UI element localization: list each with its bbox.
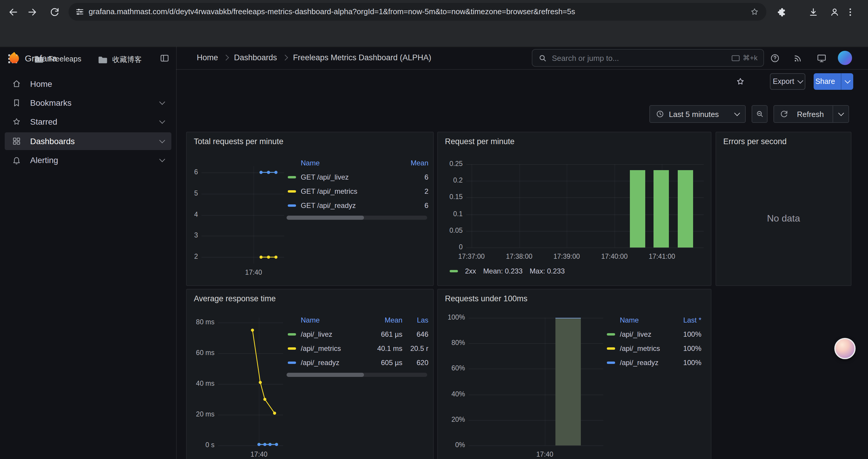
- browser-toolbar: grafana.mathmast.com/d/deytv4rwavabkb/fr…: [0, 0, 868, 24]
- timeseries-plot[interactable]: 6543217:40: [202, 166, 284, 263]
- sidebar-item-alerting[interactable]: Alerting: [5, 151, 172, 169]
- export-button[interactable]: Export: [770, 73, 805, 90]
- chevron-down-icon[interactable]: [159, 99, 165, 105]
- search-placeholder: Search or jump to...: [552, 54, 727, 62]
- legend-row: GET /api/_livez 6: [288, 170, 428, 184]
- legend-header-last[interactable]: Last *: [673, 316, 701, 324]
- profile-icon[interactable]: [830, 7, 840, 17]
- search-shortcut: ⌘+k: [732, 54, 757, 62]
- panel-title[interactable]: Total requests per minute: [194, 137, 283, 146]
- legend-header-name[interactable]: Name: [620, 316, 673, 324]
- legend-header-name[interactable]: Name: [301, 159, 395, 167]
- legend-series-name[interactable]: /api/_metrics: [620, 345, 673, 353]
- legend-scrollbar[interactable]: [286, 216, 427, 220]
- extensions-puzzle-icon[interactable]: [776, 7, 786, 17]
- legend-scrollbar-thumb[interactable]: [286, 216, 364, 220]
- help-icon[interactable]: [770, 53, 780, 63]
- legend-series-mean: 2: [395, 187, 428, 196]
- legend-series-mean: 605 µs: [369, 359, 402, 367]
- panel-errors-per-second: Errors per second No data: [716, 132, 851, 286]
- clock-icon: [656, 110, 664, 118]
- sidebar-item-bookmarks[interactable]: Bookmarks: [5, 94, 172, 112]
- panel-title[interactable]: Errors per second: [723, 137, 787, 146]
- monitor-icon[interactable]: [816, 53, 827, 63]
- kebab-menu-icon[interactable]: [848, 7, 853, 17]
- legend-series-mean: 6: [395, 173, 428, 182]
- legend-table: Name Mean GET /api/_livez 6 GET /api/_me…: [288, 156, 428, 213]
- legend-series-name[interactable]: GET /api/_readyz: [301, 201, 395, 210]
- forward-arrow-icon[interactable]: [27, 7, 37, 17]
- bookmark-item[interactable]: 收藏博客: [98, 55, 142, 65]
- grafana-logo[interactable]: [8, 52, 21, 64]
- search-icon: [538, 54, 547, 62]
- zoom-out-button[interactable]: [752, 105, 768, 123]
- rss-icon[interactable]: [793, 53, 803, 63]
- sidebar-item-starred[interactable]: Starred: [5, 113, 172, 131]
- chevron-down-icon[interactable]: [159, 118, 165, 124]
- chevron-down-icon[interactable]: [159, 156, 165, 162]
- sidebar-item-dashboards[interactable]: Dashboards: [5, 132, 172, 150]
- legend-row: /api/_metrics 40.1 ms 20.5 r: [288, 341, 428, 356]
- panel-title[interactable]: Requests under 100ms: [445, 294, 527, 303]
- dock-sidebar-icon[interactable]: [159, 53, 169, 63]
- refresh-button[interactable]: Refresh: [773, 105, 849, 123]
- sidebar-item-home[interactable]: Home: [5, 75, 172, 93]
- bookmark-label: 收藏博客: [112, 55, 142, 65]
- series-color-dash: [288, 204, 296, 207]
- site-info-tune-icon[interactable]: [75, 7, 85, 17]
- timeseries-plot[interactable]: 80 ms60 ms40 ms20 ms0 s17:40: [218, 318, 283, 446]
- legend-header-last[interactable]: Las: [402, 316, 428, 324]
- legend-header-mean[interactable]: Mean: [395, 159, 428, 167]
- search-input[interactable]: Search or jump to... ⌘+k: [532, 49, 764, 67]
- chevron-down-icon[interactable]: [159, 137, 165, 143]
- series-color-dash: [288, 190, 296, 193]
- bookmark-star-icon[interactable]: [750, 7, 759, 17]
- bar-chart-plot[interactable]: 100%80%60%40%20%0%17:40: [469, 318, 603, 446]
- zoom-out-icon: [755, 110, 764, 118]
- legend-series-name[interactable]: /api/_readyz: [620, 359, 673, 367]
- brand-title: Grafana: [25, 53, 57, 63]
- floating-avatar[interactable]: [834, 338, 856, 359]
- panel-requests-under-100ms: Requests under 100ms 100%80%60%40%20%0%1…: [437, 289, 711, 459]
- series-color-dash: [288, 333, 296, 335]
- download-icon[interactable]: [808, 7, 818, 17]
- time-range-label: Last 5 minutes: [669, 109, 730, 119]
- star-icon: [12, 117, 21, 126]
- share-label[interactable]: Share: [814, 77, 837, 86]
- panel-title[interactable]: Average response time: [194, 294, 276, 303]
- refresh-icon: [780, 110, 788, 118]
- panel-total-requests: Total requests per minute 6543217:40 Nam…: [186, 132, 434, 286]
- user-avatar[interactable]: [838, 51, 852, 65]
- legend-series-name[interactable]: /api/_livez: [620, 330, 673, 338]
- legend-header-name[interactable]: Name: [301, 316, 369, 324]
- legend-header-row: Name Mean Las: [288, 313, 428, 327]
- refresh-interval-button[interactable]: [833, 105, 848, 123]
- share-button[interactable]: Share: [814, 73, 853, 90]
- url-bar[interactable]: grafana.mathmast.com/d/deytv4rwavabkb/fr…: [68, 3, 766, 21]
- breadcrumb-dashboards[interactable]: Dashboards: [234, 53, 277, 62]
- legend-series-name[interactable]: /api/_metrics: [301, 345, 369, 353]
- breadcrumb-home[interactable]: Home: [197, 53, 218, 62]
- favorite-star-icon[interactable]: [736, 77, 745, 86]
- reload-icon[interactable]: [50, 7, 60, 17]
- time-range-picker[interactable]: Last 5 minutes: [649, 105, 746, 123]
- share-menu-button[interactable]: [841, 73, 853, 90]
- legend-series-name[interactable]: GET /api/_livez: [301, 173, 395, 182]
- legend-series-name[interactable]: /api/_livez: [301, 330, 369, 338]
- home-icon: [12, 79, 21, 89]
- refresh-label: Refresh: [788, 109, 833, 119]
- legend-series-name[interactable]: 2xx: [465, 267, 476, 275]
- legend-scrollbar[interactable]: [286, 373, 427, 377]
- bar-chart-plot[interactable]: 0.250.20.150.10.05017:37:0017:38:0017:39…: [466, 164, 704, 248]
- back-arrow-icon[interactable]: [8, 7, 18, 17]
- legend-header-mean[interactable]: Mean: [369, 316, 402, 324]
- keyboard-icon: [732, 55, 740, 61]
- legend-series-name[interactable]: GET /api/_metrics: [301, 187, 395, 196]
- legend-series-name[interactable]: /api/_readyz: [301, 359, 369, 367]
- panel-title[interactable]: Request per minute: [445, 137, 515, 146]
- legend-scrollbar-thumb[interactable]: [286, 373, 364, 377]
- no-data-message: No data: [716, 213, 851, 224]
- url-text[interactable]: grafana.mathmast.com/d/deytv4rwavabkb/fr…: [89, 3, 575, 21]
- legend-series-last: 100%: [673, 345, 701, 353]
- legend-series-last: 620: [402, 359, 428, 367]
